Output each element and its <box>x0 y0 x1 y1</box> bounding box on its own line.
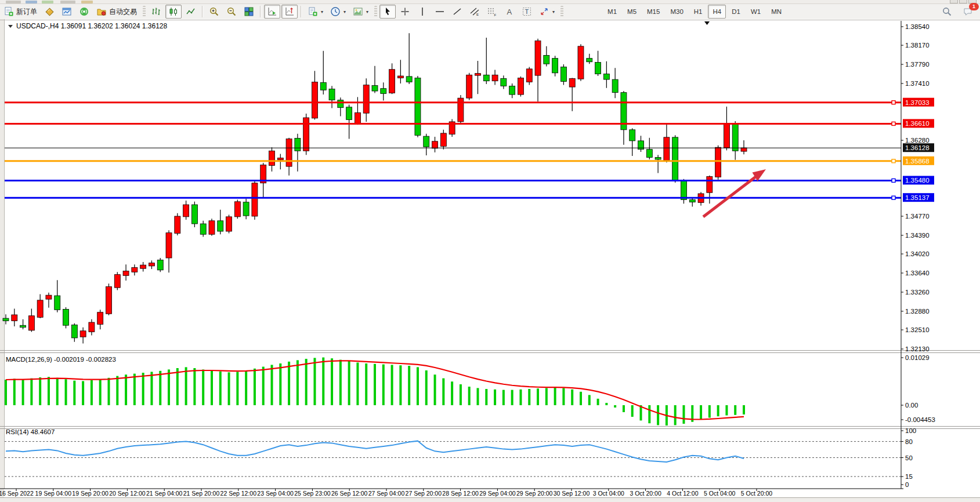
candle-body <box>587 59 592 62</box>
crosshair-button[interactable] <box>397 5 413 19</box>
candle-body <box>501 78 507 86</box>
candle-body <box>689 199 695 202</box>
price-badge-label: 1.37033 <box>905 99 930 106</box>
cutoff-menu-fragment <box>60 1 75 3</box>
horizontal-line-button[interactable] <box>432 5 448 19</box>
price-axis-label: 1.33260 <box>905 289 930 296</box>
candle-body <box>209 221 215 234</box>
tf-w1-label: W1 <box>751 8 761 15</box>
tf-m1-label: M1 <box>607 8 617 15</box>
equidistant-channel-button[interactable]: E <box>467 5 483 19</box>
arrows-icon <box>539 6 549 17</box>
tf-mn[interactable]: MN <box>766 5 786 19</box>
candle-body <box>226 217 232 231</box>
menu-bar-cutoff <box>0 0 980 4</box>
fibonacci-button[interactable]: F <box>484 5 500 19</box>
time-axis-label: 16 Sep 2022 <box>0 490 34 497</box>
bar-chart-button[interactable] <box>148 5 164 19</box>
candle-body <box>355 112 360 123</box>
auto-trading-button[interactable]: 自动交易 <box>93 5 140 19</box>
auto-scroll-button[interactable] <box>264 5 280 19</box>
cursor-button[interactable] <box>379 5 396 19</box>
time-axis-label: 5 Oct 20:00 <box>741 490 772 497</box>
notifications-button[interactable]: 1 <box>960 5 976 19</box>
line-chart-button[interactable] <box>183 5 199 19</box>
tf-h1[interactable]: H1 <box>689 5 707 19</box>
toolbar-right: 1 <box>938 4 977 19</box>
candle-body <box>363 85 369 114</box>
time-axis-label: 29 Sep 20:00 <box>516 490 553 497</box>
chevron-down-icon[interactable]: ▾ <box>343 9 346 14</box>
candlestick-chart-button[interactable] <box>165 5 182 19</box>
new-chart-button[interactable]: ▾ <box>305 5 326 19</box>
time-axis-label: 22 Sep 12:00 <box>220 490 257 497</box>
chart-window[interactable]: 1.385401.381701.377901.374101.362801.347… <box>0 19 980 497</box>
crosshair-icon <box>400 6 410 17</box>
rsi-scale-label: 100 <box>905 427 916 434</box>
candle-body <box>269 151 275 165</box>
clock-icon <box>330 6 341 17</box>
candle-body <box>415 78 421 135</box>
hline-handle[interactable] <box>892 122 895 125</box>
chevron-down-icon[interactable]: ▾ <box>552 9 555 14</box>
search-button[interactable] <box>939 5 955 19</box>
hline-handle[interactable] <box>892 101 895 104</box>
hline-handle[interactable] <box>892 159 895 163</box>
window-restore-button[interactable] <box>959 0 967 3</box>
tf-w1[interactable]: W1 <box>746 5 765 19</box>
chevron-down-icon[interactable]: ▾ <box>366 9 368 14</box>
candle-body <box>37 300 43 317</box>
rsi-scale-label: 15 <box>905 473 913 480</box>
new-order-button[interactable]: 新订单 <box>1 5 40 19</box>
candle-body <box>329 89 335 100</box>
window-minimize-button[interactable] <box>950 0 958 3</box>
chevron-down-icon[interactable]: ▾ <box>321 9 323 14</box>
chart-window-button[interactable] <box>59 5 75 19</box>
trendline-button[interactable] <box>449 5 465 19</box>
candle-body <box>303 118 309 151</box>
chart-canvas[interactable]: 1.385401.381701.377901.374101.362801.347… <box>0 19 980 497</box>
tf-d1[interactable]: D1 <box>727 5 745 19</box>
candle-body <box>183 205 189 217</box>
candle-body <box>277 158 283 159</box>
vertical-line-button[interactable] <box>414 5 431 19</box>
candle-body <box>389 70 395 93</box>
periods-button[interactable]: ▾ <box>327 5 349 19</box>
hline-handle[interactable] <box>892 196 895 199</box>
zoom-in-button[interactable] <box>206 5 222 19</box>
tf-mn-label: MN <box>771 8 782 15</box>
candle-body <box>603 74 609 80</box>
tf-m15[interactable]: M15 <box>642 5 664 19</box>
cutoff-menu-fragment <box>26 1 37 3</box>
text-label-button[interactable]: T <box>519 5 535 19</box>
tf-m5[interactable]: M5 <box>623 5 641 19</box>
time-axis[interactable]: 16 Sep 202219 Sep 04:0019 Sep 20:0020 Se… <box>0 489 903 497</box>
candle-body <box>569 78 575 87</box>
text-button[interactable]: A <box>501 5 518 19</box>
signals-button[interactable] <box>76 5 92 19</box>
tile-windows-button[interactable] <box>241 5 257 19</box>
arrows-button[interactable]: ▾ <box>536 5 558 19</box>
templates-button[interactable]: ▾ <box>350 5 371 19</box>
magnifier-icon <box>942 6 952 17</box>
candle-body <box>243 202 249 216</box>
signal-icon <box>79 6 89 17</box>
candle-body <box>646 150 652 158</box>
price-axis-label: 1.34390 <box>905 232 930 239</box>
chart-shift-button[interactable] <box>281 5 298 19</box>
tf-m30[interactable]: M30 <box>666 5 688 19</box>
candle-body <box>234 202 240 217</box>
hline-handle[interactable] <box>892 179 895 182</box>
toolbar-group <box>205 4 258 19</box>
candle-body <box>424 136 429 147</box>
tf-d1-label: D1 <box>732 8 740 15</box>
market-watch-button[interactable] <box>41 5 57 19</box>
candle-body <box>440 133 446 147</box>
tf-h4[interactable]: H4 <box>708 5 726 19</box>
candle-body <box>3 318 9 321</box>
price-axis-label: 1.36280 <box>905 137 930 144</box>
price-badge-label: 1.35868 <box>905 158 930 165</box>
candle-body <box>80 331 86 337</box>
zoom-out-button[interactable] <box>223 5 240 19</box>
tf-m1[interactable]: M1 <box>603 5 621 19</box>
